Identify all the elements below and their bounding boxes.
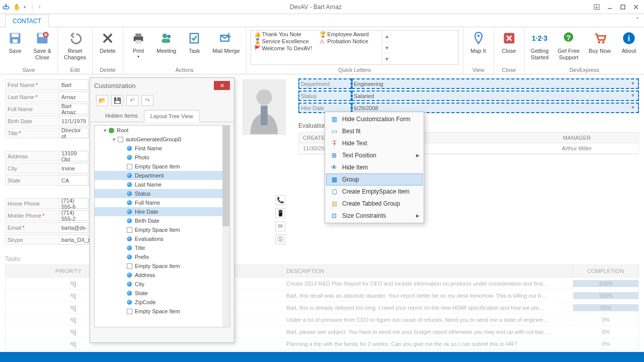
ctx-best-fit[interactable]: ▭Best fit — [326, 125, 423, 137]
tree-item[interactable]: ZipCode — [95, 298, 229, 307]
status-field[interactable]: Salaried▾ — [352, 90, 639, 101]
tree-item[interactable]: Hire Date — [95, 207, 229, 216]
ctx-size-constraints[interactable]: ⊡Size Constraints▶ — [326, 210, 423, 222]
tree-item[interactable]: Full Name — [95, 198, 229, 207]
tasks-desc-header[interactable]: DESCRIPTION — [282, 265, 573, 277]
close-icon — [501, 30, 517, 46]
tree-item[interactable]: Photo — [95, 153, 229, 162]
save-close-button[interactable]: Save & Close — [30, 29, 54, 62]
title-field[interactable]: Director of — [59, 128, 89, 138]
scrollbar[interactable] — [222, 126, 229, 327]
mobile-field[interactable]: (714) 555-2 — [59, 210, 89, 221]
ql-award[interactable]: 🏆Employee Award — [316, 31, 382, 38]
ql-scroll-down[interactable]: ▾ — [382, 42, 392, 54]
chevron-down-icon[interactable]: ▾ — [631, 80, 637, 87]
ql-service[interactable]: 🏅Service Excellence — [251, 38, 316, 45]
tree-item[interactable]: Last Name — [95, 180, 229, 189]
tab-contact[interactable]: CONTACT — [5, 15, 49, 27]
ql-expand[interactable]: ▾ — [382, 53, 392, 64]
buy-button[interactable]: Buy Now — [586, 29, 614, 55]
customization-close-button[interactable]: ✕ — [214, 81, 230, 90]
city-field[interactable]: Irvine — [59, 163, 89, 173]
tree-item[interactable]: State — [95, 289, 229, 298]
mail-icon[interactable]: ✉ — [275, 221, 285, 231]
tree-item[interactable]: Evaluations — [95, 234, 229, 243]
cp-save-icon[interactable]: 💾 — [111, 95, 123, 106]
birth-field[interactable]: 11/1/1979 — [59, 116, 89, 126]
tree-item[interactable]: Prefix — [95, 252, 229, 261]
ctx-tabbed-group[interactable]: ▤Create Tabbed Group — [326, 198, 423, 210]
getting-started-button[interactable]: 1·2·3 Getting Started — [528, 29, 552, 62]
tab-layout-tree[interactable]: Layout Tree View — [144, 110, 200, 122]
ctx-empty-space[interactable]: ▢Create EmptySpace Item — [326, 186, 423, 198]
tasks-comp-header[interactable]: COMPLETION — [573, 265, 638, 277]
skype-field[interactable]: barta_DX_s — [59, 234, 89, 245]
meeting-button[interactable]: Meeting — [153, 29, 179, 55]
chevron-down-icon[interactable]: ▾ — [631, 92, 637, 99]
tree-item[interactable]: Status — [95, 189, 229, 198]
tree-item[interactable]: Empty Space Item — [95, 261, 229, 270]
ql-probation[interactable]: ⚠Probation Notice — [316, 38, 382, 45]
tree-item[interactable]: City — [95, 280, 229, 289]
ctx-hide-form[interactable]: ▥Hide Customization Form — [326, 113, 423, 125]
reset-button[interactable]: Reset Changes — [61, 29, 89, 62]
tree-item[interactable]: Empty Space Item — [95, 162, 229, 171]
tree-item[interactable]: Title — [95, 243, 229, 252]
minimize-button[interactable] — [604, 2, 616, 12]
homephone-field[interactable]: (714) 555-6 — [59, 198, 89, 209]
collapse-ribbon-icon[interactable]: ⌃ — [635, 16, 640, 23]
email-field[interactable]: barta@dx- — [59, 222, 89, 233]
cp-open-icon[interactable]: 📂 — [96, 95, 108, 106]
mailmerge-button[interactable]: Mail Merge — [209, 29, 243, 55]
tree-item[interactable]: ▾autoGeneratedGroup0 — [95, 135, 229, 144]
department-field[interactable]: Engineering▾ — [352, 78, 639, 89]
ql-welcome[interactable]: 🚩Welcome To DevAV! — [251, 45, 316, 52]
tree-item[interactable]: Empty Space Item — [95, 225, 229, 234]
ctx-text-position[interactable]: ⊞Text Position▶ — [326, 149, 423, 161]
print-button[interactable]: Print▾ — [126, 29, 150, 60]
tree-item[interactable]: First Name — [95, 144, 229, 153]
ribbon-options-icon[interactable] — [591, 2, 603, 12]
tree-item[interactable]: Birth Date — [95, 216, 229, 225]
tree-item[interactable]: Address — [95, 270, 229, 280]
cp-redo-icon[interactable]: ↷ — [141, 95, 153, 106]
meeting-icon — [158, 30, 175, 46]
support-button[interactable]: ? Get Free Support — [555, 29, 583, 62]
submenu-arrow-icon: ▶ — [416, 213, 420, 218]
ctx-hide-text[interactable]: T̶Hide Text — [326, 137, 423, 149]
first-name-field[interactable]: Bart — [59, 79, 89, 90]
state-field[interactable]: CA — [59, 175, 89, 186]
tab-hidden-items[interactable]: Hidden Items — [99, 110, 144, 122]
address-field[interactable]: 13109 Old — [59, 151, 89, 161]
last-name-field[interactable]: Arnaz — [59, 92, 89, 102]
ctx-hide-item[interactable]: 👁Hide Item — [326, 161, 423, 173]
hand-icon[interactable]: ✋ — [13, 4, 21, 11]
delete-button[interactable]: Delete — [96, 29, 120, 55]
photo-placeholder[interactable] — [243, 79, 286, 135]
close-button[interactable] — [630, 2, 642, 12]
layout-tree[interactable]: ▾Root▾autoGeneratedGroup0First NamePhoto… — [94, 125, 230, 327]
chevron-down-icon[interactable]: ▾ — [631, 104, 637, 111]
mobile-icon[interactable]: 📱 — [275, 208, 285, 218]
full-name-field[interactable]: Bart Arnaz — [59, 104, 89, 114]
ctx-group[interactable]: ▦Group — [326, 173, 423, 186]
tree-item[interactable]: Empty Space Item — [95, 307, 229, 316]
close-panel-button[interactable]: Close — [497, 29, 521, 55]
skype-icon[interactable]: Ⓢ — [275, 234, 285, 244]
ql-scroll-up[interactable]: ▴ — [382, 31, 392, 42]
tree-item[interactable]: Department — [95, 171, 229, 180]
cp-undo-icon[interactable]: ↶ — [126, 95, 138, 106]
quick-dropdown-icon[interactable]: ▾ — [24, 5, 26, 10]
delete-icon — [100, 30, 116, 46]
eval-mgr-cell: Arthur Miller — [515, 143, 638, 153]
mapit-button[interactable]: Map It — [466, 29, 491, 55]
ql-thankyou[interactable]: 👍Thank You Note — [251, 31, 316, 38]
task-button[interactable]: Task — [182, 29, 206, 55]
save-button[interactable]: Save — [3, 29, 27, 55]
tasks-priority-header[interactable]: PRIORITY — [6, 265, 86, 277]
eval-manager-header[interactable]: MANAGER — [515, 133, 638, 143]
maximize-button[interactable] — [617, 2, 629, 12]
tree-item[interactable]: ▾Root — [95, 126, 229, 135]
about-button[interactable]: i About — [617, 29, 641, 55]
phone-icon[interactable]: 📞 — [275, 195, 285, 205]
